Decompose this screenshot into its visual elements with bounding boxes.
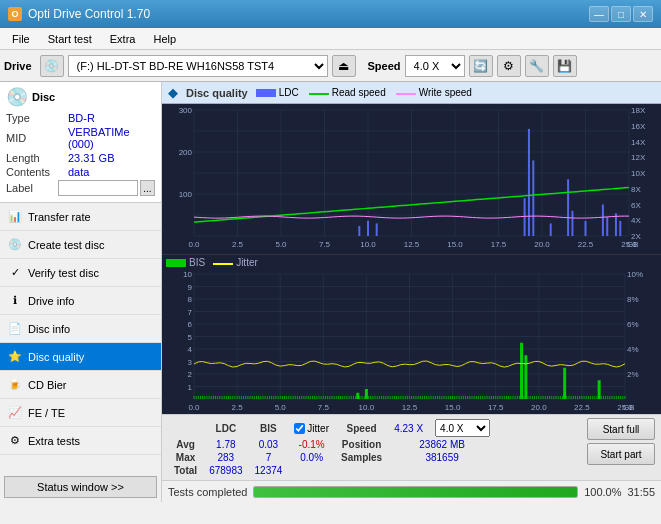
chart-legend: LDC Read speed Write speed [256,87,472,98]
ldc-total: 678983 [203,464,248,477]
minimize-button[interactable]: — [589,6,609,22]
legend-bis-color [166,259,186,267]
position-label: Position [335,438,388,451]
speed-result-select[interactable]: 4.0 X [435,419,490,437]
drive-label: Drive [4,60,32,72]
stats-table: LDC BIS Jitter Speed 4.23 X 4.0 [168,418,583,477]
length-value: 23.31 GB [68,152,155,164]
drive-select[interactable]: (F:) HL-DT-ST BD-RE WH16NS58 TST4 [68,55,328,77]
settings-button1[interactable]: ⚙ [497,55,521,77]
charts-area: BIS Jitter [162,104,661,414]
col-bis: BIS [249,418,289,438]
samples-label: Samples [335,451,388,464]
extra-tests-icon: ⚙ [8,434,22,448]
eject-button[interactable]: ⏏ [332,55,356,77]
start-buttons: Start full Start part [587,418,655,465]
jitter-checkbox[interactable] [294,423,305,434]
nav-drive-info[interactable]: ℹ Drive info [0,287,161,315]
progress-track [253,486,578,498]
type-label: Type [6,112,68,124]
disc-info-icon: 📄 [8,322,22,336]
label-label: Label [6,182,58,194]
legend-jitter-color [213,263,233,265]
legend-write-color [396,93,416,95]
fe-te-icon: 📈 [8,406,22,420]
menu-help[interactable]: Help [145,31,184,47]
menu-start-test[interactable]: Start test [40,31,100,47]
samples-value: 381659 [388,451,496,464]
refresh-button[interactable]: 🔄 [469,55,493,77]
legend-ldc-label: LDC [279,87,299,98]
nav-items: 📊 Transfer rate 💿 Create test disc ✓ Ver… [0,203,161,455]
nav-disc-quality-label: Disc quality [28,351,84,363]
col-jitter-check: Jitter [288,418,335,438]
nav-transfer-rate-label: Transfer rate [28,211,91,223]
progress-percent: 100.0% [584,486,621,498]
nav-verify-test-disc-label: Verify test disc [28,267,99,279]
settings-button2[interactable]: 🔧 [525,55,549,77]
drive-info-icon: ℹ [8,294,22,308]
start-part-button[interactable]: Start part [587,443,655,465]
stats-panel: LDC BIS Jitter Speed 4.23 X 4.0 [162,414,661,480]
menu-extra[interactable]: Extra [102,31,144,47]
close-button[interactable]: ✕ [633,6,653,22]
bis-total: 12374 [249,464,289,477]
disc-panel: 💿 Disc Type BD-R MID VERBATIMe (000) Len… [0,82,161,203]
nav-disc-info[interactable]: 📄 Disc info [0,315,161,343]
col-empty [168,418,203,438]
nav-create-test-disc[interactable]: 💿 Create test disc [0,231,161,259]
verify-test-disc-icon: ✓ [8,266,22,280]
save-button[interactable]: 💾 [553,55,577,77]
nav-verify-test-disc[interactable]: ✓ Verify test disc [0,259,161,287]
bis-avg: 0.03 [249,438,289,451]
col-speed: Speed [335,418,388,438]
total-label: Total [168,464,203,477]
bottom-legend: BIS Jitter [162,255,661,270]
app-icon: O [8,7,22,21]
nav-fe-te-label: FE / TE [28,407,65,419]
max-label: Max [168,451,203,464]
bottom-chart: BIS Jitter [162,255,661,414]
status-window-button[interactable]: Status window >> [4,476,157,498]
legend-jitter-label: Jitter [236,257,258,268]
nav-disc-quality[interactable]: ⭐ Disc quality [0,343,161,371]
ldc-max: 283 [203,451,248,464]
label-input[interactable] [58,180,138,196]
right-panel: ◆ Disc quality LDC Read speed Write spee… [162,82,661,502]
nav-extra-tests-label: Extra tests [28,435,80,447]
type-value: BD-R [68,112,155,124]
extra-empty2 [388,464,429,477]
col-speed-val: 4.23 X [388,418,429,438]
mid-label: MID [6,132,68,144]
nav-transfer-rate[interactable]: 📊 Transfer rate [0,203,161,231]
jitter-label: Jitter [307,423,329,434]
col-speed-select-cell: 4.0 X [429,418,496,438]
col-ldc: LDC [203,418,248,438]
nav-extra-tests[interactable]: ⚙ Extra tests [0,427,161,455]
drive-toolbar: Drive 💿 (F:) HL-DT-ST BD-RE WH16NS58 TST… [0,50,661,82]
nav-disc-info-label: Disc info [28,323,70,335]
legend-ldc-color [256,89,276,97]
speed-select[interactable]: 4.0 X 2.0 X 6.0 X 8.0 X [405,55,465,77]
titlebar: O Opti Drive Control 1.70 — □ ✕ [0,0,661,28]
legend-write: Write speed [396,87,472,98]
position-value: 23862 MB [388,438,496,451]
nav-cd-bier-label: CD Bier [28,379,67,391]
contents-value: data [68,166,155,178]
time-display: 31:55 [627,486,655,498]
nav-create-test-disc-label: Create test disc [28,239,104,251]
ldc-avg: 1.78 [203,438,248,451]
progress-bar-area: Tests completed 100.0% 31:55 [162,480,661,502]
start-full-button[interactable]: Start full [587,418,655,440]
legend-read-color [309,93,329,95]
disc-quality-icon: ⭐ [8,350,22,364]
maximize-button[interactable]: □ [611,6,631,22]
create-test-disc-icon: 💿 [8,238,22,252]
nav-cd-bier[interactable]: 🍺 CD Bier [0,371,161,399]
status-text: Tests completed [168,486,247,498]
sidebar: 💿 Disc Type BD-R MID VERBATIMe (000) Len… [0,82,162,502]
nav-fe-te[interactable]: 📈 FE / TE [0,399,161,427]
label-browse-button[interactable]: ... [140,180,155,196]
menu-file[interactable]: File [4,31,38,47]
main-content: 💿 Disc Type BD-R MID VERBATIMe (000) Len… [0,82,661,502]
